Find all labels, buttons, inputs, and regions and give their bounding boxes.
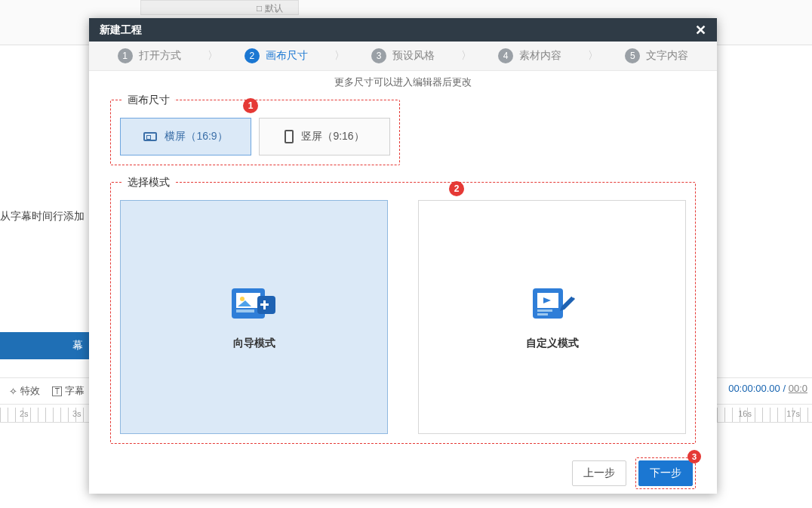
annotation-badge-1: 1: [243, 98, 258, 113]
landscape-icon: [143, 132, 157, 141]
modal-header: 新建工程 ✕: [89, 18, 717, 42]
wizard-steps: 1打开方式 〉 2画布尺寸 〉 3预设风格 〉 4素材内容 〉 5文字内容: [89, 42, 717, 71]
size-hint: 更多尺寸可以进入编辑器后更改: [89, 71, 717, 91]
custom-mode-card[interactable]: 自定义模式: [418, 200, 686, 434]
step-num-3: 3: [371, 48, 386, 63]
timecode-current: 00:00:00.00: [728, 383, 780, 394]
step-label-1: 打开方式: [139, 49, 181, 63]
step-material[interactable]: 4素材内容: [498, 48, 561, 63]
custom-mode-label: 自定义模式: [526, 337, 579, 350]
tool-effects-label: 特效: [20, 384, 40, 398]
step-label-5: 文字内容: [646, 49, 688, 63]
step-canvas-size[interactable]: 2画布尺寸: [245, 48, 308, 63]
svg-rect-3: [236, 309, 254, 312]
ruler-16s: 16s: [738, 409, 752, 418]
bg-active-sidebar-label: 幕: [72, 339, 83, 353]
select-mode-legend: 选择模式: [123, 176, 174, 189]
step-preset-style[interactable]: 3预设风格: [371, 48, 435, 63]
canvas-size-legend: 画布尺寸: [123, 94, 174, 107]
svg-point-2: [240, 297, 245, 301]
wizard-mode-card[interactable]: 向导模式: [120, 200, 388, 434]
svg-rect-10: [537, 313, 548, 316]
tool-effects[interactable]: ✧ 特效: [9, 384, 40, 398]
canvas-portrait-option[interactable]: 竖屏（9:16）: [259, 118, 390, 155]
portrait-icon: [285, 130, 294, 143]
modal-title: 新建工程: [100, 23, 142, 37]
next-button[interactable]: 下一步: [638, 460, 693, 486]
chevron-icon: 〉: [461, 49, 472, 63]
ruler-17s: 17s: [786, 409, 800, 418]
step-label-3: 预设风格: [392, 49, 435, 63]
timecode: 00:00:00.00 / 00:0: [728, 383, 807, 394]
annotation-badge-2: 2: [449, 181, 464, 196]
step-open-method[interactable]: 1打开方式: [118, 48, 181, 63]
wizard-mode-label: 向导模式: [233, 337, 275, 350]
step-label-2: 画布尺寸: [266, 49, 308, 63]
new-project-modal: 新建工程 ✕ 1打开方式 〉 2画布尺寸 〉 3预设风格 〉 4素材内容 〉 5…: [89, 18, 717, 494]
next-button-highlight: 3 下一步: [635, 457, 696, 489]
wizard-mode-icon: [230, 284, 278, 323]
modal-content: 画布尺寸 1 横屏（16:9） 竖屏（9:16） 选择模式 2: [89, 91, 717, 453]
timecode-total: 00:0: [789, 383, 807, 394]
chevron-icon: 〉: [588, 49, 598, 63]
step-num-1: 1: [118, 48, 133, 63]
step-num-5: 5: [625, 48, 640, 63]
annotation-badge-3: 3: [687, 450, 701, 463]
canvas-portrait-label: 竖屏（9:16）: [301, 130, 364, 143]
tool-subtitle-label: 字幕: [65, 384, 85, 398]
step-label-4: 素材内容: [519, 49, 561, 63]
prev-button[interactable]: 上一步: [572, 460, 626, 486]
close-icon[interactable]: ✕: [695, 22, 706, 38]
ruler-3s: 3s: [72, 409, 82, 418]
bg-active-sidebar[interactable]: 幕: [0, 332, 89, 359]
step-text-content[interactable]: 5文字内容: [625, 48, 688, 63]
svg-rect-6: [260, 303, 269, 306]
step-num-4: 4: [498, 48, 513, 63]
bg-default-label: □ 默认: [257, 2, 283, 15]
step-num-2: 2: [245, 48, 260, 63]
canvas-size-group: 画布尺寸 1 横屏（16:9） 竖屏（9:16）: [110, 94, 400, 165]
modal-footer: 上一步 3 下一步: [89, 453, 717, 494]
custom-mode-icon: [528, 284, 577, 323]
svg-rect-9: [537, 309, 552, 312]
bg-subtitle-hint: 从字幕时间行添加: [0, 210, 85, 223]
chevron-icon: 〉: [334, 49, 345, 63]
tool-subtitle[interactable]: 🅃 字幕: [52, 384, 85, 398]
chevron-icon: 〉: [208, 49, 218, 63]
bg-default-text: 默认: [265, 3, 283, 14]
canvas-landscape-label: 横屏（16:9）: [165, 130, 227, 143]
canvas-landscape-option[interactable]: 横屏（16:9）: [120, 118, 251, 155]
select-mode-group: 选择模式 2: [110, 176, 696, 444]
ruler-2s: 2s: [20, 409, 29, 418]
